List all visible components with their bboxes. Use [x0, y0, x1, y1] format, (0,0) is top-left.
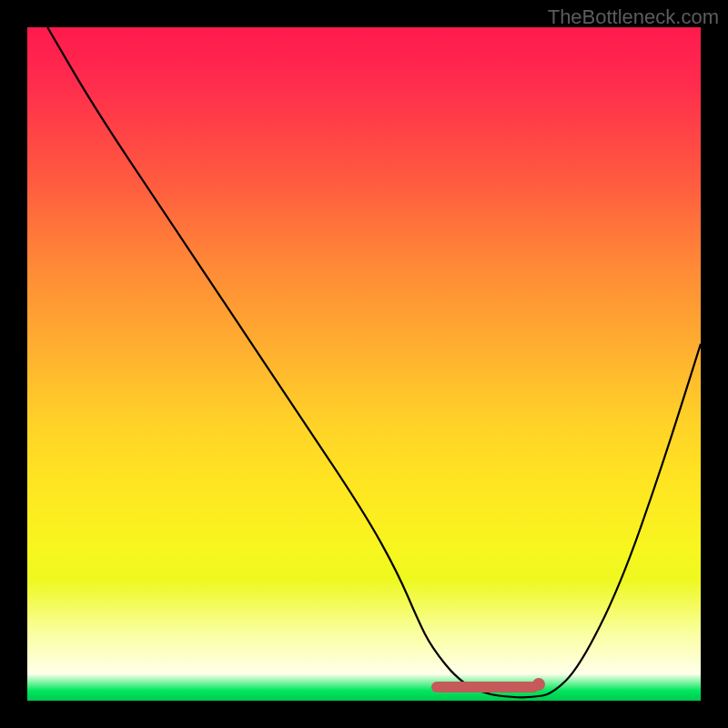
bottleneck-curve [27, 27, 701, 701]
curve-line [47, 27, 701, 697]
plot-area [27, 27, 701, 701]
optimal-point-marker [532, 678, 545, 691]
optimal-range-marker [431, 682, 539, 693]
watermark-text: TheBottleneck.com [548, 5, 719, 29]
